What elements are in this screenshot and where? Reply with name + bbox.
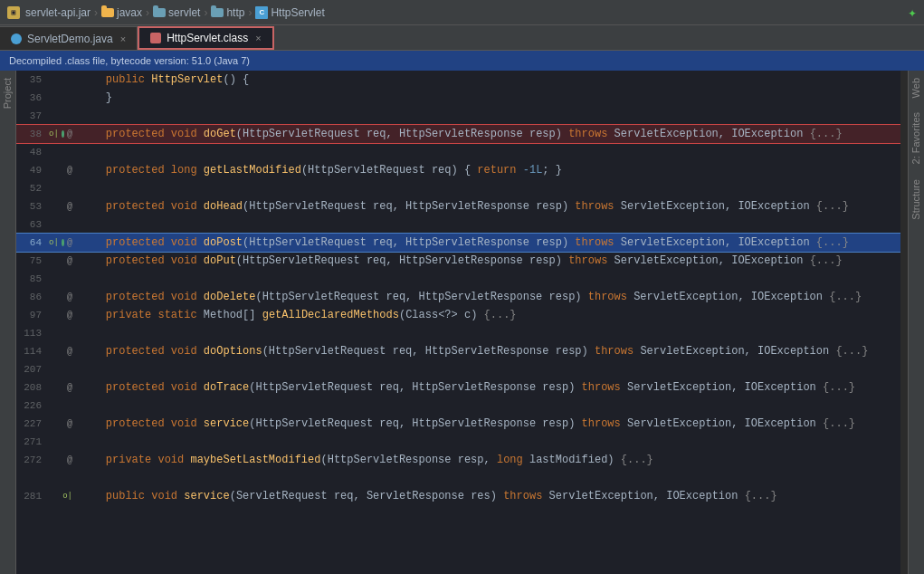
code-line-empty <box>16 469 900 487</box>
line-markers: @ <box>49 419 76 429</box>
breakpoint-marker[interactable] <box>62 239 64 246</box>
code-line-113: 113 <box>16 324 900 342</box>
folder-javax-icon <box>101 8 114 17</box>
line-num: 271 <box>16 436 49 447</box>
line-num: 53 <box>16 201 49 212</box>
line-content: protected void service(HttpServletReques… <box>76 417 900 430</box>
code-line-36: 36 } <box>16 89 900 107</box>
line-num: 272 <box>16 454 49 465</box>
jar-icon: ▣ <box>7 6 20 19</box>
line-num: 37 <box>16 110 49 121</box>
tab-httpservlet[interactable]: HttpServlet.class × <box>138 26 273 50</box>
sidebar-item-project[interactable]: Project <box>0 71 15 116</box>
code-line-63: 63 <box>16 215 900 234</box>
code-line-272: 272 @ private void maybeSetLastModified(… <box>16 451 900 469</box>
annotation-marker: @ <box>67 202 72 212</box>
line-content: protected void doOptions(HttpServletRequ… <box>76 345 900 358</box>
line-content: } <box>76 91 900 104</box>
line-num: 35 <box>16 74 49 85</box>
annotation-marker: @ <box>67 455 72 465</box>
tab-close-httpservlet[interactable]: × <box>255 33 261 43</box>
line-num: 227 <box>16 418 49 429</box>
line-num: 64 <box>16 237 49 248</box>
code-line-53: 53 @ protected void doHead(HttpServletRe… <box>16 197 900 215</box>
code-line-52: 52 <box>16 179 900 197</box>
side-tabs-right: Web 2: Favorites Structure <box>908 71 924 574</box>
tab-label-httpservlet: HttpServlet.class <box>167 32 248 44</box>
line-num: 281 <box>16 491 49 502</box>
line-content: protected void doPut(HttpServletRequest … <box>76 254 900 267</box>
tabs-bar: ServletDemo.java × HttpServlet.class × <box>0 25 924 51</box>
line-markers: @ <box>49 383 76 393</box>
code-line-85: 85 <box>16 270 900 288</box>
annotation-marker: @ <box>67 383 72 393</box>
breadcrumb-javax: javax <box>101 6 142 19</box>
code-line-207: 207 <box>16 360 900 378</box>
folder-servlet-icon <box>153 8 166 17</box>
line-num: 52 <box>16 183 49 194</box>
annotation-marker: @ <box>67 238 72 248</box>
line-content: protected void doPost(HttpServletRequest… <box>76 236 900 249</box>
info-bar: Decompiled .class file, bytecode version… <box>0 51 924 71</box>
tab-label-servletdemo: ServletDemo.java <box>27 33 113 45</box>
line-markers: @ <box>49 311 76 320</box>
line-markers: @ <box>49 347 76 357</box>
class-icon: C <box>255 6 268 19</box>
line-num: 113 <box>16 328 49 339</box>
breadcrumb-jar: servlet-api.jar <box>25 6 90 19</box>
code-line-271: 271 <box>16 433 900 451</box>
code-line-281: 281 o| public void service(ServletReques… <box>16 487 900 505</box>
scroll-track[interactable] <box>900 71 908 574</box>
code-panel: 35 public HttpServlet() { 36 } 37 <box>16 71 900 574</box>
bookmark-icon[interactable]: ✦ <box>908 4 917 22</box>
annotation-marker: @ <box>67 256 72 266</box>
annotation-marker: @ <box>67 311 72 320</box>
annotation-marker: @ <box>67 166 72 176</box>
line-markers: o| @ <box>49 238 76 248</box>
line-content: protected void doTrace(HttpServletReques… <box>76 381 900 394</box>
line-markers: o| <box>49 492 76 501</box>
breadcrumb-servlet: servlet <box>153 6 200 19</box>
line-num: 86 <box>16 292 49 302</box>
sidebar-item-structure[interactable]: Structure <box>909 172 924 227</box>
line-markers: @ <box>49 166 76 176</box>
code-line-227: 227 @ protected void service(HttpServlet… <box>16 415 900 433</box>
title-breadcrumb: servlet-api.jar › javax › servlet › http… <box>25 6 325 19</box>
line-num: 226 <box>16 400 49 411</box>
line-num: 49 <box>16 165 49 176</box>
breadcrumb-httpservlet: C HttpServlet <box>255 6 324 19</box>
tab-servletdemo[interactable]: ServletDemo.java × <box>0 26 138 50</box>
line-content: protected void doDelete(HttpServletReque… <box>76 291 900 303</box>
line-content: public HttpServlet() { <box>76 73 900 86</box>
sidebar-item-web[interactable]: Web <box>909 71 924 105</box>
info-text: Decompiled .class file, bytecode version… <box>9 55 250 66</box>
line-num: 97 <box>16 310 49 320</box>
line-content: protected long getLastModified(HttpServl… <box>76 164 900 177</box>
code-line-75: 75 @ protected void doPut(HttpServletReq… <box>16 252 900 270</box>
code-line-86: 86 @ protected void doDelete(HttpServlet… <box>16 288 900 306</box>
line-num: 48 <box>16 147 49 158</box>
tab-close-servletdemo[interactable]: × <box>120 33 126 44</box>
line-num: 207 <box>16 364 49 375</box>
line-content: private void maybeSetLastModified(HttpSe… <box>76 454 900 466</box>
editor-area: Project 35 public HttpServlet() { 36 } 3 <box>0 71 924 574</box>
line-markers: @ <box>49 202 76 212</box>
breakpoint-marker[interactable] <box>62 130 64 138</box>
class-file-icon <box>150 33 161 43</box>
line-markers: @ <box>49 292 76 302</box>
folder-http-icon <box>211 8 224 17</box>
line-markers: @ <box>49 455 76 465</box>
breadcrumb-http: http <box>211 6 244 19</box>
annotation-marker: @ <box>67 419 72 429</box>
code-lines: 35 public HttpServlet() { 36 } 37 <box>16 71 900 574</box>
line-content: public void service(ServletRequest req, … <box>76 490 900 502</box>
code-line-35: 35 public HttpServlet() { <box>16 71 900 89</box>
code-line-49: 49 @ protected long getLastModified(Http… <box>16 161 900 179</box>
line-num: 38 <box>16 129 49 139</box>
code-line-37: 37 <box>16 107 900 125</box>
line-content: protected void doGet(HttpServletRequest … <box>76 128 900 140</box>
code-line-208: 208 @ protected void doTrace(HttpServlet… <box>16 378 900 397</box>
sidebar-item-favorites[interactable]: 2: Favorites <box>909 105 924 171</box>
line-num: 75 <box>16 255 49 266</box>
annotation-marker: @ <box>67 129 72 139</box>
